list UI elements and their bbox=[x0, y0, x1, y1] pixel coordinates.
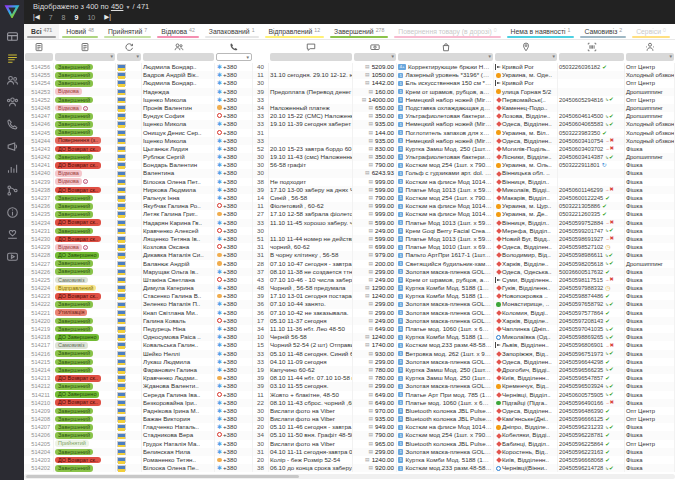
product-cell[interactable]: 1Костюм мод 254 (1шт. х 790.00 ... bbox=[397, 194, 494, 202]
phone-cell[interactable]: ∗+380 bbox=[215, 178, 253, 186]
ttn-cell[interactable]: 20450596503924✔ bbox=[558, 382, 625, 390]
order-row[interactable]: 514243ДО Возврат ск..Цыганюк Лидия∗+3805… bbox=[24, 145, 675, 153]
status-badge[interactable]: Завершений bbox=[55, 416, 93, 423]
phone-cell[interactable]: ∗+380 bbox=[215, 309, 253, 317]
phone-cell[interactable]: ∗+380 bbox=[215, 440, 253, 448]
status-badge[interactable]: Завершений bbox=[55, 383, 93, 390]
customer-name[interactable]: Безкоровайна Іри.. bbox=[142, 399, 215, 407]
status-badge[interactable]: Завершений bbox=[55, 97, 93, 104]
order-row[interactable]: 514256ЗавершенийЛюдмила Бондар..∗+38040▤… bbox=[24, 63, 675, 71]
status-badge[interactable]: Завершений bbox=[55, 350, 93, 357]
phone-cell[interactable]: ∗+380 bbox=[215, 399, 253, 407]
phone-cell[interactable]: ∗+380 bbox=[215, 382, 253, 390]
order-row[interactable]: 514218ДО ЗавершеноОдносумова Раіса ..∗+3… bbox=[24, 333, 675, 341]
status-badge[interactable]: Завершений bbox=[55, 301, 93, 308]
customer-name[interactable]: Рублюк Сергій bbox=[142, 153, 215, 161]
ttn-cell[interactable]: 20450597041035✔ bbox=[558, 325, 625, 333]
order-row[interactable]: 514255ЗавершенийБадров Андрій Вік..∗+380… bbox=[24, 71, 675, 79]
order-status-cell[interactable]: Завершений bbox=[54, 464, 116, 472]
status-badge[interactable]: ДО Возврат ск.. bbox=[55, 375, 101, 382]
customer-name[interactable]: Надежда bbox=[142, 88, 215, 96]
range-end-link[interactable]: 450 bbox=[111, 2, 124, 11]
phone-cell[interactable]: +380 bbox=[215, 210, 253, 218]
customer-name[interactable]: Ковальська Галин.. bbox=[142, 341, 215, 349]
status-badge[interactable]: Прийнятий bbox=[55, 440, 89, 447]
customer-name[interactable]: Лященко Тетяна Ів.. bbox=[142, 235, 215, 243]
order-row[interactable]: 514247ЗавершенийБундук София+3803320.10 … bbox=[24, 112, 675, 120]
order-status-cell[interactable]: ДО Возврат ск.. bbox=[54, 219, 116, 227]
product-cell[interactable]: 1Костюм мод 254 (1шт. х 790.00 ... bbox=[397, 431, 494, 439]
order-row[interactable]: 514203ДО Возврат ск..Романенко Тетян..+3… bbox=[24, 456, 675, 464]
order-status-cell[interactable]: Завершений bbox=[54, 300, 116, 308]
order-status-cell[interactable]: Завершений bbox=[54, 268, 116, 276]
customer-name[interactable]: Романенко Тетян.. bbox=[142, 456, 215, 464]
sidebar-item-dashboard-icon[interactable] bbox=[3, 30, 21, 45]
scrollbar-thumb[interactable] bbox=[26, 475, 299, 478]
ttn-cell[interactable]: 0503221305886✔ bbox=[558, 202, 625, 210]
horizontal-scrollbar[interactable] bbox=[24, 474, 675, 479]
ttn-cell[interactable]: 20450596566235✔ bbox=[558, 366, 625, 374]
order-status-cell[interactable]: ДО Возврат ск.. bbox=[54, 161, 116, 169]
ttn-cell[interactable] bbox=[558, 104, 625, 112]
status-badge[interactable]: Завершений bbox=[55, 318, 93, 325]
product-cell[interactable]: 1Костюм на флисе Мод 1014 (1ш... bbox=[397, 423, 494, 431]
order-row[interactable]: 514238ДО Возврат ск..Ниркова Людмила∗+38… bbox=[24, 186, 675, 194]
order-row[interactable]: 514245ЗавершенийОнищук Денис Сер..+38031… bbox=[24, 129, 675, 137]
product-cell[interactable]: 1Светящийся будильник-хамеле... bbox=[397, 260, 494, 268]
filter-input-loc[interactable]: ▼ bbox=[495, 53, 557, 61]
order-row[interactable]: 514214ЗавершенийФаранович Галина∗+38019К… bbox=[24, 366, 675, 374]
pagination-page[interactable]: 7 bbox=[49, 14, 53, 21]
tab-Сервіси[interactable]: Сервіси0 bbox=[629, 24, 673, 39]
phone-cell[interactable]: ∗+380 bbox=[215, 169, 253, 177]
ttn-cell[interactable]: 20450597988332◷ bbox=[558, 284, 625, 292]
order-row[interactable]: 514215ЗавершенийЛукаш Людмила∗+3803304.1… bbox=[24, 358, 675, 366]
customer-name[interactable]: Надарян Карина Гв.. bbox=[142, 219, 215, 227]
ttn-cell[interactable]: 20450605294816✔ bbox=[558, 96, 625, 104]
ttn-cell[interactable] bbox=[558, 71, 625, 79]
product-cell[interactable]: 1Золотая маска-пленка GOLD C... bbox=[397, 448, 494, 456]
ttn-cell[interactable]: 20450598874486✔ bbox=[558, 292, 625, 300]
status-badge[interactable]: ДО Возврат ск.. bbox=[55, 219, 101, 226]
order-row[interactable]: 514246ЗавершенийІщенко Микола∗+3803319.1… bbox=[24, 120, 675, 128]
ttn-cell[interactable]: 20450597208143✔ bbox=[558, 317, 625, 325]
ttn-cell[interactable] bbox=[558, 178, 625, 186]
status-badge[interactable]: Відмова bbox=[55, 244, 82, 251]
order-row[interactable]: 514213ДО Возврат ск..Кравченко Людми..+3… bbox=[24, 374, 675, 382]
status-badge[interactable]: ДО Возврат ск.. bbox=[55, 399, 101, 406]
order-row[interactable]: 514207ЗавершенийГладченко Наталь..∗+3802… bbox=[24, 423, 675, 431]
order-status-cell[interactable]: Самовивіз bbox=[54, 276, 116, 284]
phone-cell[interactable]: +380 bbox=[215, 292, 253, 300]
phone-cell[interactable]: ∗+380 bbox=[215, 63, 253, 71]
product-cell[interactable]: 1Золотая маска-пленка GOLD C... bbox=[397, 300, 494, 308]
ttn-cell[interactable]: 20450596666125✔ bbox=[558, 415, 625, 423]
order-row[interactable]: 514211ДО ЗавершеноСереда Галина Іва..+38… bbox=[24, 391, 675, 399]
order-status-cell[interactable]: Завершений bbox=[54, 71, 116, 79]
product-cell[interactable]: 1Костюм мод.233 разм.48-58 (1... bbox=[397, 464, 494, 472]
customer-name[interactable]: Середа Галина Іва.. bbox=[142, 391, 215, 399]
phone-cell[interactable]: ∗+380 bbox=[215, 186, 253, 194]
phone-cell[interactable]: ∗+380 bbox=[215, 448, 253, 456]
status-badge[interactable]: Відмова bbox=[55, 88, 82, 95]
product-cell[interactable]: 1Куртка Замш Мод. 250 (1шт. х 8... bbox=[397, 145, 494, 153]
order-row[interactable]: 514210ДО Возврат ск..Безкоровайна Іри..∗… bbox=[24, 399, 675, 407]
order-status-cell[interactable]: Завершений bbox=[54, 79, 116, 87]
status-badge[interactable]: Відправлений bbox=[55, 285, 96, 292]
order-status-cell[interactable]: Завершений bbox=[54, 96, 116, 104]
order-row[interactable]: 514204ЗавершенийБелинская Нила∗+3803104.… bbox=[24, 448, 675, 456]
order-row[interactable]: 514219ЗавершенийПедурець Ніна∗+3803411.1… bbox=[24, 325, 675, 333]
phone-cell[interactable]: ∗+380 bbox=[215, 71, 253, 79]
ttn-cell[interactable]: 20450603403702✖ bbox=[558, 145, 625, 153]
product-cell[interactable]: 1Ультрафиолетовая бактерицид... bbox=[397, 153, 494, 161]
product-cell[interactable]: 1Золотая маска-пленка GOLD C... bbox=[397, 317, 494, 325]
ttn-cell[interactable]: 20450603414387✔ bbox=[558, 153, 625, 161]
phone-cell[interactable]: +380 bbox=[215, 129, 253, 137]
order-row[interactable]: 514236ЗавершенийЯкубчак Галина Ро..+3801… bbox=[24, 202, 675, 210]
tab-Повернення товару (в дорозі)[interactable]: Повернення товару (в дорозі)0 bbox=[391, 24, 503, 39]
product-cell[interactable]: 1Крем от шрамов, рубцов, акне, ... bbox=[397, 88, 494, 96]
customer-name[interactable]: Жданова Валенти.. bbox=[142, 382, 215, 390]
order-row[interactable]: 514223ДО Возврат ск..Стасенко Галина В..… bbox=[24, 292, 675, 300]
ttn-cell[interactable]: 20450598986611✔ bbox=[558, 251, 625, 259]
ttn-cell[interactable]: 20450600575905✔ bbox=[558, 391, 625, 399]
customer-name[interactable]: Ниркова Людмила bbox=[142, 186, 215, 194]
customer-name[interactable]: Грудок Наталія Ма.. bbox=[142, 440, 215, 448]
